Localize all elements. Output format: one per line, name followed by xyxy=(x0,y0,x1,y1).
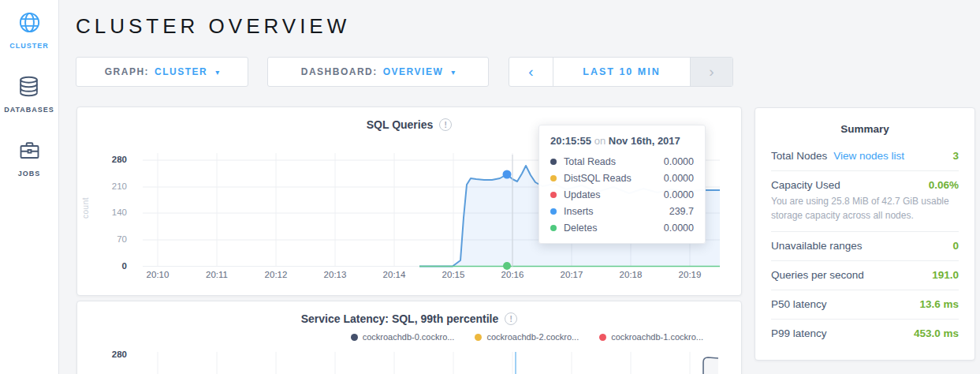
graph-dropdown-value: CLUSTER xyxy=(155,66,207,77)
x-tick: 20:18 xyxy=(609,270,653,279)
p50-latency-value: 13.6 ms xyxy=(919,298,959,310)
info-icon[interactable]: ! xyxy=(505,312,517,325)
tooltip-row: DistSQL Reads 0.0000 xyxy=(550,170,694,186)
legend-item[interactable]: cockroachdb-2.cockro... xyxy=(475,332,579,342)
chart-hover-tooltip: 20:15:55 on Nov 16th, 2017 Total Reads 0… xyxy=(538,125,706,244)
x-tick: 20:19 xyxy=(668,270,712,279)
x-tick: 20:11 xyxy=(195,270,239,279)
summary-title: Summary xyxy=(771,123,959,135)
chart-legend: cockroachdb-0.cockro... cockroachdb-2.co… xyxy=(351,332,703,342)
sidebar-item-jobs[interactable]: JOBS xyxy=(17,138,42,178)
unavailable-ranges-value: 0 xyxy=(952,240,959,252)
summary-row-capacity-used: Capacity Used 0.06% You are using 25.8 M… xyxy=(771,171,959,232)
sidebar-item-cluster[interactable]: CLUSTER xyxy=(9,10,49,50)
summary-row-total-nodes: Total Nodes View nodes list 3 xyxy=(771,142,959,171)
capacity-used-subtext: You are using 25.8 MiB of 42.7 GiB usabl… xyxy=(771,194,959,223)
series-dot-icon xyxy=(550,208,557,215)
summary-row-unavailable-ranges: Unavailable ranges 0 xyxy=(771,232,959,261)
service-latency-chart-card: Service Latency: SQL, 99th percentile ! … xyxy=(76,301,742,374)
y-tick: 0 xyxy=(95,261,127,271)
y-tick: 280 xyxy=(95,155,127,164)
chevron-left-icon: ‹ xyxy=(528,63,533,80)
legend-item[interactable]: cockroachdb-0.cockro... xyxy=(351,332,455,342)
tooltip-row: Total Reads 0.0000 xyxy=(550,153,694,170)
p99-latency-value: 453.0 ms xyxy=(914,327,959,339)
summary-row-queries-per-second: Queries per second 191.0 xyxy=(771,261,959,290)
sidebar-item-databases[interactable]: DATABASES xyxy=(4,74,54,114)
graph-dropdown-label: GRAPH: xyxy=(105,66,149,77)
series-dot-icon xyxy=(351,334,358,341)
tooltip-row: Updates 0.0000 xyxy=(550,186,694,203)
dashboard-dropdown-value: OVERVIEW xyxy=(383,66,443,77)
page-title: CLUSTER OVERVIEW xyxy=(76,14,350,39)
chevron-right-icon: › xyxy=(709,63,714,80)
x-tick: 20:15 xyxy=(431,270,475,279)
y-tick: 70 xyxy=(95,234,127,244)
x-tick: 20:10 xyxy=(136,270,180,279)
summary-panel: Summary Total Nodes View nodes list 3 Ca… xyxy=(755,107,975,361)
dashboard-dropdown-label: DASHBOARD: xyxy=(301,66,378,77)
summary-row-p99-latency: P99 latency 453.0 ms xyxy=(771,320,959,348)
view-nodes-list-link[interactable]: View nodes list xyxy=(833,150,904,162)
database-icon xyxy=(17,74,41,102)
y-axis-label: count xyxy=(81,197,90,219)
chevron-down-icon: ▾ xyxy=(451,68,455,77)
y-tick: 280 xyxy=(95,350,127,359)
time-range-value[interactable]: LAST 10 MIN xyxy=(553,58,691,86)
series-dot-icon xyxy=(550,192,557,198)
sidebar-item-label: JOBS xyxy=(18,170,41,178)
x-tick: 20:16 xyxy=(490,270,535,279)
legend-item[interactable]: cockroachdb-1.cockro... xyxy=(599,332,703,342)
series-dot-icon xyxy=(550,175,557,181)
x-tick: 20:12 xyxy=(254,270,298,279)
y-tick: 210 xyxy=(95,181,127,191)
tooltip-row: Deletes 0.0000 xyxy=(550,219,694,236)
dashboard-dropdown[interactable]: DASHBOARD: OVERVIEW ▾ xyxy=(267,57,489,87)
graph-dropdown[interactable]: GRAPH: CLUSTER ▾ xyxy=(76,57,248,87)
capacity-used-value: 0.06% xyxy=(929,179,959,191)
chart-title: SQL Queries xyxy=(367,118,434,131)
briefcase-icon xyxy=(17,138,42,166)
sidebar-item-label: DATABASES xyxy=(4,106,54,114)
chevron-down-icon: ▾ xyxy=(215,68,219,77)
tooltip-timestamp: 20:15:55 on Nov 16th, 2017 xyxy=(550,135,694,147)
series-dot-icon xyxy=(550,225,557,231)
x-tick: 20:13 xyxy=(313,270,357,279)
tooltip-row: Inserts 239.7 xyxy=(550,203,694,219)
time-range-next-button[interactable]: › xyxy=(691,58,732,86)
globe-icon xyxy=(17,10,42,38)
series-dot-icon xyxy=(550,159,557,165)
total-nodes-value: 3 xyxy=(952,150,959,162)
sidebar: CLUSTER DATABASES JOBS xyxy=(0,0,59,374)
y-tick: 140 xyxy=(95,208,127,217)
sidebar-item-label: CLUSTER xyxy=(9,42,49,50)
info-icon[interactable]: ! xyxy=(439,118,452,131)
x-tick: 20:17 xyxy=(550,270,594,279)
time-range-selector: ‹ LAST 10 MIN › xyxy=(509,57,733,87)
sql-queries-chart-card: SQL Queries ! count 280 210 140 70 0 xyxy=(76,107,742,296)
chart-title: Service Latency: SQL, 99th percentile xyxy=(301,312,499,325)
x-tick: 20:14 xyxy=(372,270,416,279)
series-dot-icon xyxy=(599,334,606,341)
time-range-prev-button[interactable]: ‹ xyxy=(509,58,553,86)
summary-row-p50-latency: P50 latency 13.6 ms xyxy=(771,290,959,320)
series-dot-icon xyxy=(475,334,482,341)
queries-per-second-value: 191.0 xyxy=(932,269,959,281)
